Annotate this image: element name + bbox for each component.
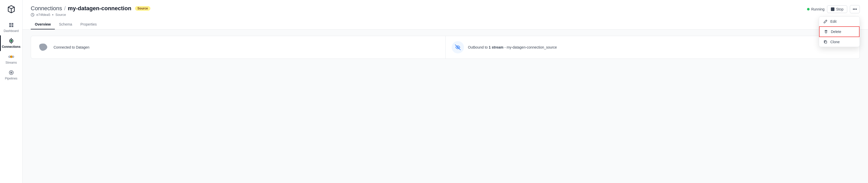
svg-point-5 (10, 40, 12, 42)
sidebar-item-label: Streams (5, 61, 17, 64)
dropdown-item-delete[interactable]: Delete (819, 26, 860, 37)
content-area: Connected to Datagen Outbound to 1 strea… (23, 30, 868, 183)
more-button[interactable]: ••• (850, 5, 860, 13)
sidebar: Dashboard Connections Streams (0, 0, 23, 183)
main-content: Connections / my-datagen-connection Sour… (23, 0, 868, 183)
delete-label: Delete (831, 30, 841, 34)
svg-rect-17 (825, 31, 827, 33)
streams-icon (8, 54, 14, 60)
breadcrumb-connections[interactable]: Connections (31, 5, 62, 12)
stop-button[interactable]: Stop (827, 5, 847, 13)
dropdown-item-clone[interactable]: Clone (819, 37, 860, 47)
connections-icon (8, 38, 14, 44)
stream-count: 1 stream (489, 45, 503, 49)
trash-icon (824, 29, 828, 34)
dropdown-menu: Edit Delete (819, 16, 860, 47)
page-subtitle: e74fdea5 Source (31, 13, 860, 16)
sidebar-item-connections[interactable]: Connections (0, 35, 22, 51)
source-badge: Source (135, 6, 151, 11)
svg-point-15 (11, 72, 12, 73)
tab-schema[interactable]: Schema (55, 20, 76, 29)
info-cards: Connected to Datagen Outbound to 1 strea… (31, 36, 860, 59)
grid-icon (8, 22, 14, 28)
stop-label: Stop (836, 7, 843, 11)
subtitle-id: e74fdea5 (36, 13, 50, 16)
tab-overview[interactable]: Overview (31, 20, 55, 29)
clone-label: Clone (830, 40, 840, 44)
datagen-icon (37, 41, 50, 53)
pipelines-icon (8, 70, 14, 76)
svg-rect-2 (9, 25, 11, 27)
sidebar-item-streams[interactable]: Streams (0, 51, 22, 67)
stop-icon (831, 7, 834, 11)
more-menu-container: ••• Edit (850, 5, 860, 13)
stream-suffix: - my-datagen-connection_source (503, 45, 557, 49)
breadcrumb-title: Connections / my-datagen-connection Sour… (31, 5, 860, 12)
sidebar-item-label: Connections (2, 45, 21, 48)
sidebar-item-dashboard[interactable]: Dashboard (0, 20, 22, 35)
connected-text: Connected to Datagen (54, 45, 89, 49)
sidebar-item-pipelines[interactable]: Pipelines (0, 67, 22, 83)
page-header: Connections / my-datagen-connection Sour… (23, 0, 868, 30)
app-logo[interactable] (5, 3, 18, 15)
page-title: my-datagen-connection (68, 5, 131, 12)
dropdown-item-edit[interactable]: Edit (819, 16, 860, 26)
running-status: Running (807, 7, 825, 11)
tab-properties[interactable]: Properties (76, 20, 101, 29)
svg-rect-3 (11, 25, 13, 27)
copy-icon (823, 40, 828, 44)
svg-rect-0 (9, 23, 11, 25)
tabs: Overview Schema Properties (31, 20, 860, 29)
sidebar-item-label: Pipelines (5, 77, 18, 80)
running-dot (807, 8, 810, 10)
header-actions: Running Stop ••• (807, 5, 860, 13)
running-label: Running (811, 7, 825, 11)
breadcrumb-separator: / (64, 5, 66, 12)
pencil-icon (823, 19, 828, 24)
edit-label: Edit (830, 20, 836, 24)
outbound-text: Outbound to 1 stream - my-datagen-connec… (468, 45, 557, 49)
dot-separator (52, 14, 53, 15)
stream-icon (452, 41, 464, 53)
info-card-outbound: Outbound to 1 stream - my-datagen-connec… (445, 36, 860, 59)
svg-rect-1 (11, 23, 13, 25)
svg-rect-20 (825, 41, 827, 43)
info-card-connected: Connected to Datagen (31, 36, 445, 59)
subtitle-type: Source (55, 13, 66, 16)
clock-icon (31, 13, 34, 16)
sidebar-item-label: Dashboard (4, 29, 19, 33)
header-wrapper: Connections / my-datagen-connection Sour… (23, 0, 868, 30)
more-dots: ••• (852, 7, 857, 11)
